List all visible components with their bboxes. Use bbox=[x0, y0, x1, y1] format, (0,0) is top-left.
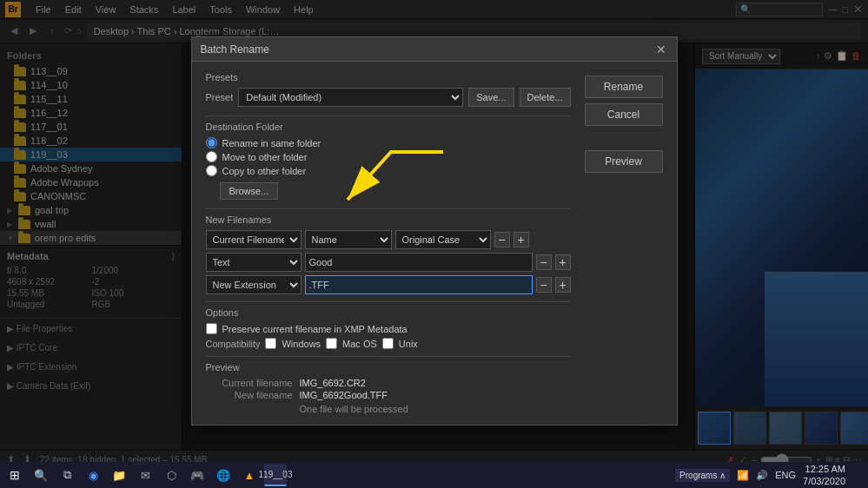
filename-row-2: Text − + bbox=[206, 253, 571, 272]
dialog-titlebar: Batch Rename ✕ bbox=[192, 37, 677, 62]
filename-row-1: Current Filename Name Original Case − + bbox=[206, 230, 571, 249]
taskbar-icon-4[interactable]: 🎮 bbox=[186, 464, 209, 486]
compat-macos[interactable] bbox=[326, 338, 337, 349]
radio-copy-other-label: Copy to other folder bbox=[222, 166, 307, 176]
radio-move-other-input[interactable] bbox=[206, 151, 217, 162]
preserve-label: Preserve current filename in XMP Metadat… bbox=[222, 324, 407, 334]
time-display: 12:25 AM 7/03/2020 bbox=[803, 463, 845, 488]
preset-row: Preset Default (Modified) Save... Delete… bbox=[206, 88, 571, 107]
fn-minus-btn-1[interactable]: − bbox=[494, 232, 510, 247]
new-filenames-label: New Filenames bbox=[206, 214, 571, 225]
sep-1 bbox=[206, 115, 571, 116]
compat-macos-label: Mac OS bbox=[342, 339, 377, 349]
taskbar-search-icon[interactable]: 🔍 bbox=[30, 464, 52, 486]
radio-rename-same-input[interactable] bbox=[206, 137, 217, 148]
compat-row: Compatibility Windows Mac OS Unix bbox=[206, 338, 571, 349]
taskbar-icon-3[interactable]: ⬡ bbox=[160, 464, 182, 486]
taskbar-mail-icon[interactable]: ✉ bbox=[134, 464, 156, 486]
dialog-close-btn[interactable]: ✕ bbox=[654, 43, 668, 56]
fn-type-select-1[interactable]: Current Filename bbox=[206, 230, 301, 249]
sep-4 bbox=[206, 356, 571, 357]
preview-new-label: New filename bbox=[206, 390, 293, 400]
taskbar-edge-icon[interactable]: ◉ bbox=[82, 464, 104, 486]
taskbar-explorer-icon[interactable]: 📁 bbox=[108, 464, 130, 486]
radio-rename-same-label: Rename in same folder bbox=[222, 138, 321, 148]
presets-section-label: Presets bbox=[206, 72, 571, 82]
destination-section: Destination Folder Rename in same folder… bbox=[206, 122, 571, 200]
fn-plus-btn-2[interactable]: + bbox=[555, 254, 571, 270]
compat-unix-label: Unix bbox=[399, 339, 418, 349]
fn-ext-input-3[interactable] bbox=[305, 275, 533, 294]
preserve-checkbox-row[interactable]: Preserve current filename in XMP Metadat… bbox=[206, 323, 571, 334]
new-filenames-section: New Filenames Current Filename Name Orig… bbox=[206, 214, 571, 294]
fn-type-select-3[interactable]: New Extension bbox=[206, 275, 301, 294]
compat-unix[interactable] bbox=[382, 338, 394, 349]
taskbar-icons: 🔍 ⧉ ◉ 📁 ✉ ⬡ 🎮 🌐 ▲ 119__03 bbox=[30, 464, 287, 486]
preview-new-value: IMG_6692Good.TFF bbox=[300, 390, 388, 400]
dialog-right-panel: Rename Cancel Preview bbox=[585, 72, 663, 414]
sep-3 bbox=[206, 301, 571, 302]
cancel-btn[interactable]: Cancel bbox=[585, 103, 663, 126]
radio-rename-same[interactable]: Rename in same folder bbox=[206, 137, 571, 148]
options-section: Options Preserve current filename in XMP… bbox=[206, 307, 571, 349]
preview-current-row: Current filename IMG_6692.CR2 bbox=[206, 378, 571, 388]
fn-case-select-1[interactable]: Original Case bbox=[395, 230, 491, 249]
radio-move-other-label: Move to other folder bbox=[222, 152, 308, 162]
preset-label: Preset bbox=[206, 92, 234, 102]
preview-section: Preview Current filename IMG_6692.CR2 Ne… bbox=[206, 362, 571, 414]
fn-type-select-2[interactable]: Text bbox=[206, 253, 301, 272]
rename-btn[interactable]: Rename bbox=[585, 76, 663, 98]
radio-move-other[interactable]: Move to other folder bbox=[206, 151, 571, 162]
compat-windows[interactable] bbox=[265, 338, 276, 349]
dialog-overlay: Batch Rename ✕ Presets Preset Default (M… bbox=[0, 0, 868, 462]
options-label: Options bbox=[206, 307, 571, 318]
dialog-title: Batch Rename bbox=[201, 43, 269, 56]
preview-btn[interactable]: Preview bbox=[585, 150, 663, 173]
tray-language[interactable]: ENG bbox=[775, 470, 796, 480]
filename-row-3: New Extension − + bbox=[206, 275, 571, 294]
dialog-left-panel: Presets Preset Default (Modified) Save..… bbox=[206, 72, 571, 414]
preview-section-label: Preview bbox=[206, 362, 571, 373]
taskbar-icon-5[interactable]: 🌐 bbox=[212, 464, 235, 486]
compat-label: Compatibility bbox=[206, 339, 261, 349]
clock-date: 7/03/2020 bbox=[803, 475, 845, 487]
preserve-checkbox[interactable] bbox=[206, 323, 217, 334]
batch-rename-dialog: Batch Rename ✕ Presets Preset Default (M… bbox=[191, 36, 678, 425]
tray-icon-programs[interactable]: Programs ∧ bbox=[675, 469, 730, 482]
tray-sound-icon[interactable]: 🔊 bbox=[756, 470, 768, 481]
browse-btn[interactable]: Browse... bbox=[220, 182, 279, 200]
taskbar: ⊞ 🔍 ⧉ ◉ 📁 ✉ ⬡ 🎮 🌐 ▲ 119__03 Programs ∧ 📶… bbox=[0, 462, 868, 488]
fn-minus-btn-3[interactable]: − bbox=[536, 277, 552, 293]
compat-windows-label: Windows bbox=[282, 339, 321, 349]
preset-select[interactable]: Default (Modified) bbox=[238, 88, 463, 107]
delete-preset-btn[interactable]: Delete... bbox=[520, 88, 571, 107]
taskbar-tray: Programs ∧ 📶 🔊 ENG 12:25 AM 7/03/2020 bbox=[675, 463, 865, 488]
fn-minus-btn-2[interactable]: − bbox=[536, 254, 552, 270]
taskbar-icon-6[interactable]: ▲ bbox=[238, 464, 261, 486]
tray-network-icon[interactable]: 📶 bbox=[737, 470, 749, 481]
clock-time: 12:25 AM bbox=[803, 463, 845, 475]
sep-2 bbox=[206, 208, 571, 209]
taskbar-taskview-icon[interactable]: ⧉ bbox=[56, 464, 78, 486]
save-preset-btn[interactable]: Save... bbox=[468, 88, 514, 107]
radio-copy-other-input[interactable] bbox=[206, 165, 217, 176]
fn-text-input-2[interactable] bbox=[305, 253, 533, 272]
taskbar-app-label: 119__03 bbox=[259, 470, 293, 479]
start-button[interactable]: ⊞ bbox=[3, 464, 26, 486]
destination-label: Destination Folder bbox=[206, 122, 571, 132]
radio-copy-other[interactable]: Copy to other folder bbox=[206, 165, 571, 176]
taskbar-active-app[interactable]: 119__03 bbox=[264, 464, 287, 486]
preview-note: One file will be processed bbox=[300, 404, 571, 414]
dialog-body: Presets Preset Default (Modified) Save..… bbox=[192, 62, 677, 425]
fn-name-select-1[interactable]: Name bbox=[305, 230, 392, 249]
preview-current-label: Current filename bbox=[206, 378, 293, 388]
fn-plus-btn-1[interactable]: + bbox=[514, 232, 529, 247]
fn-plus-btn-3[interactable]: + bbox=[555, 277, 571, 293]
preview-current-value: IMG_6692.CR2 bbox=[300, 378, 366, 388]
preview-new-row: New filename IMG_6692Good.TFF bbox=[206, 390, 571, 400]
